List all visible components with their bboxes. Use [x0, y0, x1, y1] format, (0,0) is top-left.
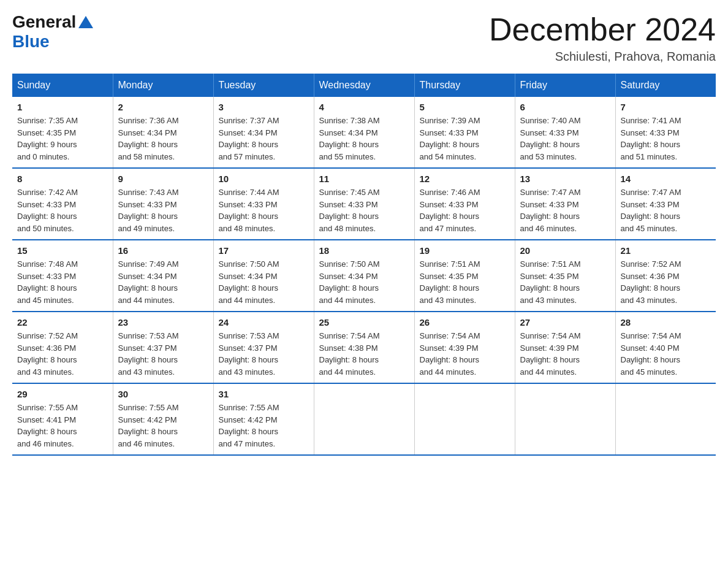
day-number: 21: [621, 245, 711, 256]
calendar-cell: 17 Sunrise: 7:50 AMSunset: 4:34 PMDaylig…: [213, 240, 314, 312]
day-info: Sunrise: 7:47 AMSunset: 4:33 PMDaylight:…: [621, 186, 711, 234]
calendar-cell: 3 Sunrise: 7:37 AMSunset: 4:34 PMDayligh…: [213, 97, 314, 168]
day-number: 27: [520, 317, 610, 327]
day-info: Sunrise: 7:37 AMSunset: 4:34 PMDaylight:…: [219, 115, 309, 163]
day-info: Sunrise: 7:55 AMSunset: 4:42 PMDaylight:…: [118, 402, 208, 450]
day-number: 1: [17, 102, 108, 112]
calendar-cell: 30 Sunrise: 7:55 AMSunset: 4:42 PMDaylig…: [113, 383, 213, 455]
day-info: Sunrise: 7:36 AMSunset: 4:34 PMDaylight:…: [118, 115, 208, 163]
day-number: 23: [118, 317, 208, 327]
day-info: Sunrise: 7:54 AMSunset: 4:39 PMDaylight:…: [520, 330, 610, 378]
day-info: Sunrise: 7:41 AMSunset: 4:33 PMDaylight:…: [621, 115, 711, 163]
calendar-cell: 20 Sunrise: 7:51 AMSunset: 4:35 PMDaylig…: [515, 240, 615, 312]
calendar-cell: 2 Sunrise: 7:36 AMSunset: 4:34 PMDayligh…: [113, 97, 213, 168]
calendar-cell: 4 Sunrise: 7:38 AMSunset: 4:34 PMDayligh…: [314, 97, 414, 168]
day-info: Sunrise: 7:53 AMSunset: 4:37 PMDaylight:…: [219, 330, 309, 378]
day-number: 11: [319, 174, 409, 184]
day-info: Sunrise: 7:38 AMSunset: 4:34 PMDaylight:…: [319, 115, 409, 163]
logo-triangle-icon: [77, 13, 94, 31]
calendar-cell: 13 Sunrise: 7:47 AMSunset: 4:33 PMDaylig…: [515, 168, 615, 240]
day-number: 15: [17, 245, 108, 256]
day-info: Sunrise: 7:43 AMSunset: 4:33 PMDaylight:…: [118, 186, 208, 234]
day-info: Sunrise: 7:54 AMSunset: 4:38 PMDaylight:…: [319, 330, 409, 378]
logo: General Blue: [12, 12, 94, 52]
day-number: 16: [118, 245, 208, 256]
day-info: Sunrise: 7:51 AMSunset: 4:35 PMDaylight:…: [520, 258, 610, 306]
day-info: Sunrise: 7:46 AMSunset: 4:33 PMDaylight:…: [420, 186, 510, 234]
calendar-cell: 1 Sunrise: 7:35 AMSunset: 4:35 PMDayligh…: [12, 97, 113, 168]
calendar-cell: [615, 383, 716, 455]
day-number: 22: [17, 317, 108, 327]
calendar-cell: 6 Sunrise: 7:40 AMSunset: 4:33 PMDayligh…: [515, 97, 615, 168]
day-number: 29: [17, 389, 108, 399]
day-info: Sunrise: 7:47 AMSunset: 4:33 PMDaylight:…: [520, 186, 610, 234]
day-info: Sunrise: 7:52 AMSunset: 4:36 PMDaylight:…: [621, 258, 711, 306]
calendar-week-row: 29 Sunrise: 7:55 AMSunset: 4:41 PMDaylig…: [12, 383, 716, 455]
day-number: 25: [319, 317, 409, 327]
day-info: Sunrise: 7:44 AMSunset: 4:33 PMDaylight:…: [219, 186, 309, 234]
calendar-cell: 27 Sunrise: 7:54 AMSunset: 4:39 PMDaylig…: [515, 312, 615, 383]
day-info: Sunrise: 7:53 AMSunset: 4:37 PMDaylight:…: [118, 330, 208, 378]
day-info: Sunrise: 7:48 AMSunset: 4:33 PMDaylight:…: [17, 258, 108, 306]
svg-marker-0: [78, 16, 93, 28]
header-wednesday: Wednesday: [314, 74, 414, 97]
day-number: 4: [319, 102, 409, 112]
day-info: Sunrise: 7:51 AMSunset: 4:35 PMDaylight:…: [420, 258, 510, 306]
day-number: 28: [621, 317, 711, 327]
day-number: 2: [118, 102, 208, 112]
calendar-cell: 8 Sunrise: 7:42 AMSunset: 4:33 PMDayligh…: [12, 168, 113, 240]
calendar-cell: 28 Sunrise: 7:54 AMSunset: 4:40 PMDaylig…: [615, 312, 716, 383]
day-info: Sunrise: 7:50 AMSunset: 4:34 PMDaylight:…: [219, 258, 309, 306]
header-thursday: Thursday: [414, 74, 515, 97]
calendar-cell: 9 Sunrise: 7:43 AMSunset: 4:33 PMDayligh…: [113, 168, 213, 240]
calendar-cell: 7 Sunrise: 7:41 AMSunset: 4:33 PMDayligh…: [615, 97, 716, 168]
day-number: 26: [420, 317, 510, 327]
calendar-cell: 21 Sunrise: 7:52 AMSunset: 4:36 PMDaylig…: [615, 240, 716, 312]
location: Schiulesti, Prahova, Romania: [489, 50, 716, 64]
calendar-cell: [414, 383, 515, 455]
title-block: December 2024 Schiulesti, Prahova, Roman…: [489, 12, 716, 64]
day-number: 18: [319, 245, 409, 256]
calendar-cell: 19 Sunrise: 7:51 AMSunset: 4:35 PMDaylig…: [414, 240, 515, 312]
calendar-week-row: 22 Sunrise: 7:52 AMSunset: 4:36 PMDaylig…: [12, 312, 716, 383]
calendar-cell: 24 Sunrise: 7:53 AMSunset: 4:37 PMDaylig…: [213, 312, 314, 383]
day-info: Sunrise: 7:55 AMSunset: 4:41 PMDaylight:…: [17, 402, 108, 450]
calendar-cell: 18 Sunrise: 7:50 AMSunset: 4:34 PMDaylig…: [314, 240, 414, 312]
calendar-week-row: 1 Sunrise: 7:35 AMSunset: 4:35 PMDayligh…: [12, 97, 716, 168]
day-number: 6: [520, 102, 610, 112]
calendar-cell: 16 Sunrise: 7:49 AMSunset: 4:34 PMDaylig…: [113, 240, 213, 312]
calendar-cell: 15 Sunrise: 7:48 AMSunset: 4:33 PMDaylig…: [12, 240, 113, 312]
month-title: December 2024: [489, 12, 716, 47]
calendar-week-row: 8 Sunrise: 7:42 AMSunset: 4:33 PMDayligh…: [12, 168, 716, 240]
day-number: 17: [219, 245, 309, 256]
header-tuesday: Tuesday: [213, 74, 314, 97]
calendar-table: SundayMondayTuesdayWednesdayThursdayFrid…: [12, 74, 716, 456]
day-info: Sunrise: 7:54 AMSunset: 4:40 PMDaylight:…: [621, 330, 711, 378]
calendar-cell: 11 Sunrise: 7:45 AMSunset: 4:33 PMDaylig…: [314, 168, 414, 240]
calendar-cell: 26 Sunrise: 7:54 AMSunset: 4:39 PMDaylig…: [414, 312, 515, 383]
day-info: Sunrise: 7:49 AMSunset: 4:34 PMDaylight:…: [118, 258, 208, 306]
logo-blue: Blue: [12, 32, 50, 52]
day-info: Sunrise: 7:55 AMSunset: 4:42 PMDaylight:…: [219, 402, 309, 450]
day-info: Sunrise: 7:52 AMSunset: 4:36 PMDaylight:…: [17, 330, 108, 378]
day-number: 20: [520, 245, 610, 256]
day-info: Sunrise: 7:54 AMSunset: 4:39 PMDaylight:…: [420, 330, 510, 378]
calendar-cell: 14 Sunrise: 7:47 AMSunset: 4:33 PMDaylig…: [615, 168, 716, 240]
day-number: 5: [420, 102, 510, 112]
day-info: Sunrise: 7:40 AMSunset: 4:33 PMDaylight:…: [520, 115, 610, 163]
header-sunday: Sunday: [12, 74, 113, 97]
page-header: General Blue December 2024 Schiulesti, P…: [12, 12, 716, 64]
header-friday: Friday: [515, 74, 615, 97]
calendar-cell: 23 Sunrise: 7:53 AMSunset: 4:37 PMDaylig…: [113, 312, 213, 383]
calendar-cell: [515, 383, 615, 455]
day-number: 30: [118, 389, 208, 399]
day-info: Sunrise: 7:39 AMSunset: 4:33 PMDaylight:…: [420, 115, 510, 163]
calendar-cell: 12 Sunrise: 7:46 AMSunset: 4:33 PMDaylig…: [414, 168, 515, 240]
day-number: 13: [520, 174, 610, 184]
day-number: 31: [219, 389, 309, 399]
day-info: Sunrise: 7:45 AMSunset: 4:33 PMDaylight:…: [319, 186, 409, 234]
day-number: 12: [420, 174, 510, 184]
calendar-cell: 5 Sunrise: 7:39 AMSunset: 4:33 PMDayligh…: [414, 97, 515, 168]
day-number: 3: [219, 102, 309, 112]
header-saturday: Saturday: [615, 74, 716, 97]
